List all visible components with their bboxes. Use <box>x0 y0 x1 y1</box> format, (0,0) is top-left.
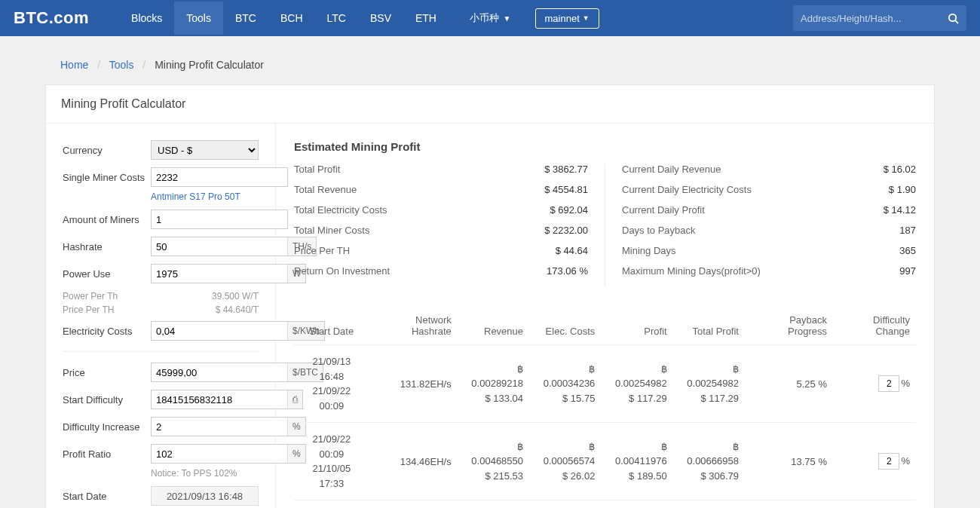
summary-title: Estimated Mining Profit <box>294 140 916 153</box>
nav-ltc[interactable]: LTC <box>315 2 358 35</box>
stat-row: Total Miner Costs$ 2232.00 <box>294 225 588 236</box>
cell-revenue: ฿ 0.00289218$ 133.04 <box>458 345 529 423</box>
miner-model-link[interactable]: Antminer S17 Pro 50T <box>63 191 259 202</box>
stat-row: Total Electricity Costs$ 692.04 <box>294 204 588 216</box>
diffchange-input[interactable] <box>878 453 899 470</box>
breadcrumb-home[interactable]: Home <box>60 59 88 71</box>
main-panel: Mining Profit Calculator Currency USD - … <box>45 84 935 508</box>
cell-revenue: ฿ 0.00468550$ 215.53 <box>458 423 529 500</box>
caret-down-icon: ▼ <box>583 14 590 22</box>
nav-tools[interactable]: Tools <box>174 2 223 35</box>
stat-row: Total Profit$ 3862.77 <box>294 164 588 175</box>
stat-row: Current Daily Profit$ 14.12 <box>622 204 916 216</box>
cell-eleccosts: ฿ 0.00056574$ 26.02 <box>529 500 601 509</box>
breadcrumb-tools[interactable]: Tools <box>109 59 134 71</box>
cell-dates: 21/10/05 17:3321/10/19 10:58 <box>294 500 369 509</box>
cell-diffchange: % <box>833 345 916 423</box>
stat-row: Mining Days365 <box>622 245 916 256</box>
stat-label: Current Daily Profit <box>622 204 705 216</box>
stat-row: Price Per TH$ 44.64 <box>294 245 588 256</box>
profitratio-input[interactable] <box>152 445 287 463</box>
nav-altcoins-dropdown[interactable]: 小币种 ▼ <box>459 1 522 35</box>
poweruse-input[interactable] <box>152 265 287 283</box>
main-content: Estimated Mining Profit Total Profit$ 38… <box>276 124 934 508</box>
summary-stats: Total Profit$ 3862.77Total Revenue$ 4554… <box>294 164 916 286</box>
stat-row: Maximum Mining Days(profit>0)997 <box>622 265 916 277</box>
single-miner-label: Single Miner Costs <box>63 172 151 183</box>
svg-line-1 <box>955 20 958 23</box>
caret-down-icon: ▼ <box>504 14 511 23</box>
search-icon <box>948 13 959 24</box>
powerperth-label: Power Per Th <box>63 291 151 301</box>
stat-value: $ 692.04 <box>550 204 588 216</box>
nav-btc[interactable]: BTC <box>223 2 268 35</box>
page-title: Mining Profit Calculator <box>46 85 934 124</box>
startdate-input[interactable]: 2021/09/13 16:48 <box>151 486 259 506</box>
stat-value: $ 1.90 <box>889 184 916 195</box>
stat-value: $ 4554.81 <box>544 184 588 195</box>
diffinc-label: Difficulty Increase <box>63 421 151 433</box>
breadcrumb: Home / Tools / Mining Profit Calculator <box>45 36 935 84</box>
stat-row: Total Revenue$ 4554.81 <box>294 184 588 195</box>
diffchange-input[interactable] <box>878 375 899 392</box>
search-button[interactable] <box>939 5 966 31</box>
single-miner-input[interactable] <box>152 168 287 186</box>
stat-label: Maximum Mining Days(profit>0) <box>622 265 761 277</box>
cell-dates: 21/09/13 16:4821/09/22 00:09 <box>294 345 369 423</box>
stat-value: 187 <box>899 225 916 236</box>
logo[interactable]: BTC.com <box>14 8 89 28</box>
diffinc-input[interactable] <box>152 418 287 436</box>
table-row: 21/09/22 00:0921/10/05 17:33 134.46EH/s … <box>294 423 916 500</box>
sidebar-form: Currency USD - $ Single Miner Costs Antm… <box>46 124 276 508</box>
elec-label: Electricity Costs <box>63 326 151 337</box>
stat-label: Days to Payback <box>622 225 696 236</box>
nav-bch[interactable]: BCH <box>268 2 315 35</box>
stat-label: Total Profit <box>294 164 340 175</box>
stat-row: Return On Investment173.06 % <box>294 265 588 277</box>
price-input[interactable] <box>152 363 287 381</box>
nav-eth[interactable]: ETH <box>403 2 449 35</box>
stat-value: 997 <box>899 265 916 277</box>
results-table: Start Date Network Hashrate Revenue Elec… <box>294 307 916 508</box>
price-label: Price <box>63 367 151 378</box>
search-wrap <box>793 5 966 31</box>
cell-revenue: ฿ 0.00459363$ 211.30 <box>458 500 529 509</box>
cell-hashrate: 137.15EH/s <box>369 500 458 509</box>
amount-input[interactable] <box>152 210 287 228</box>
priceperth-value: $ 44.640/T <box>151 304 259 315</box>
nav-bsv[interactable]: BSV <box>358 2 403 35</box>
startdiff-label: Start Difficulty <box>63 394 151 405</box>
cell-totalprofit: ฿ 0.00254982$ 117.29 <box>673 345 745 423</box>
hashrate-label: Hashrate <box>63 241 151 252</box>
powerperth-value: 39.500 W/T <box>151 291 259 301</box>
priceperth-label: Price Per TH <box>63 304 151 315</box>
pps-notice: Notice: To PPS 102% <box>63 468 259 479</box>
th-totalprofit: Total Profit <box>673 307 745 345</box>
startdiff-input[interactable] <box>152 390 287 409</box>
currency-select[interactable]: USD - $ <box>151 140 259 160</box>
hashrate-input[interactable] <box>152 237 287 256</box>
table-row: 21/10/05 17:3321/10/19 10:58 137.15EH/s … <box>294 500 916 509</box>
network-selector[interactable]: mainnet ▼ <box>535 8 599 29</box>
navbar: BTC.com Blocks Tools BTC BCH LTC BSV ETH… <box>0 0 980 36</box>
cell-totalprofit: ฿ 0.00666958$ 306.79 <box>673 423 745 500</box>
search-input[interactable] <box>793 13 939 24</box>
stat-label: Total Revenue <box>294 184 357 195</box>
th-diffchange: Difficulty Change <box>833 307 916 345</box>
currency-label: Currency <box>63 145 151 156</box>
stat-label: Price Per TH <box>294 245 350 256</box>
th-networkhashrate: Network Hashrate <box>369 307 458 345</box>
stat-label: Return On Investment <box>294 265 390 277</box>
stat-label: Current Daily Electricity Costs <box>622 184 752 195</box>
stat-value: $ 2232.00 <box>544 225 588 236</box>
cell-payback: 13.75 % <box>745 423 833 500</box>
cell-profit: ฿ 0.00254982$ 117.29 <box>601 345 672 423</box>
stat-row: Days to Payback187 <box>622 225 916 236</box>
cell-diffchange: % <box>833 423 916 500</box>
cell-diffchange: % <box>833 500 916 509</box>
cell-totalprofit: ฿ 0.01069747$ 492.07 <box>673 500 745 509</box>
nav-blocks[interactable]: Blocks <box>119 2 174 35</box>
stat-label: Mining Days <box>622 245 676 256</box>
cell-eleccosts: ฿ 0.00034236$ 15.75 <box>529 345 601 423</box>
elec-input[interactable] <box>152 322 287 340</box>
